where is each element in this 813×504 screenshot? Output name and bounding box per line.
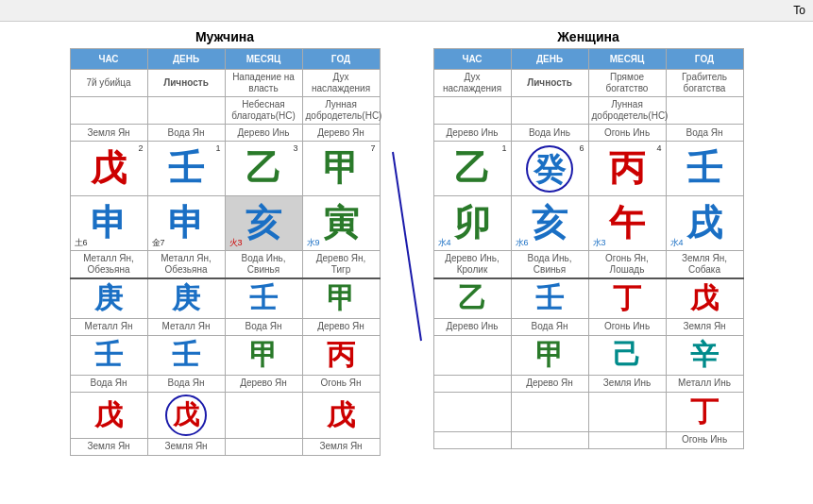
male-hs-day-char: 壬	[168, 148, 204, 188]
female-luck-hs3-hour	[433, 392, 511, 431]
male-eb-year-num: 水9	[307, 238, 320, 248]
female-luck-hs2-day: 甲	[511, 335, 588, 375]
female-hs-day-char: 癸	[526, 145, 573, 193]
male-elem-hour: Земля Ян	[70, 125, 147, 142]
male-luck-hs2-hour: 壬	[70, 335, 147, 375]
male-luck-elem1-row: Металл Ян Металл Ян Вода Ян Дерево Ян	[70, 318, 380, 335]
female-header-day: ДЕНЬ	[511, 49, 588, 70]
male-star2-hour	[70, 97, 147, 125]
female-eb-elem-day: Вода Инь, Свинья	[511, 251, 588, 279]
female-elem-hour: Дерево Инь	[433, 125, 511, 142]
male-luck-hs3-month	[225, 392, 302, 438]
male-luck-hs1-year-char: 甲	[327, 282, 355, 313]
page-container: To Мужчина ЧАС ДЕНЬ МЕСЯЦ ГОД 7й убийца	[0, 0, 813, 463]
to-label: To	[793, 4, 805, 17]
female-eb-elem-year: Земля Ян, Собака	[666, 251, 743, 279]
female-luck-hs1-day-char: 壬	[535, 282, 564, 313]
male-luck-hs3-row: 戊 戊 戊	[70, 392, 380, 438]
female-eb-hour-char: 卯	[454, 203, 490, 243]
female-luck-hs2-row: 甲 己 辛	[433, 335, 743, 375]
female-eb-year: 水4 戌	[666, 196, 743, 251]
male-luck-elem2-hour: Вода Ян	[70, 375, 147, 392]
female-header-row: ЧАС ДЕНЬ МЕСЯЦ ГОД	[433, 49, 743, 70]
female-grid: ЧАС ДЕНЬ МЕСЯЦ ГОД Дух наслаждения Лично…	[433, 48, 744, 449]
female-luck-hs2-year-char: 辛	[690, 339, 719, 370]
male-luck-hs1-hour-char: 庚	[94, 282, 123, 313]
female-star1-month: Прямое богатство	[588, 70, 666, 97]
female-luck-elem3-hour	[433, 431, 511, 448]
male-eb-hour-char: 申	[91, 203, 127, 243]
svg-line-0	[393, 152, 421, 341]
female-luck-elem2-year: Металл Инь	[666, 375, 743, 392]
female-eb-elem-row: Дерево Инь, Кролик Вода Инь, Свинья Огон…	[433, 251, 743, 279]
male-header-row: ЧАС ДЕНЬ МЕСЯЦ ГОД	[70, 49, 380, 70]
male-luck-hs2-month-char: 甲	[249, 339, 278, 370]
female-luck-elem1-row: Дерево Инь Вода Ян Огонь Инь Земля Ян	[433, 318, 743, 335]
male-hs-year: 7 甲	[302, 142, 380, 196]
male-eb-month: 火3 亥	[225, 196, 302, 251]
female-luck-elem3-row: Огонь Инь	[433, 431, 743, 448]
male-elem-month: Дерево Инь	[225, 125, 302, 142]
male-luck-hs3-year: 戊	[302, 392, 380, 438]
female-luck-hs1-year-char: 戊	[690, 282, 719, 313]
male-eb-day: 金7 申	[147, 196, 225, 251]
female-luck-hs3-month	[588, 392, 666, 431]
male-luck-hs1-day-char: 庚	[172, 282, 200, 313]
male-luck-hs3-hour: 戊	[70, 392, 147, 438]
male-luck-hs2-year: 丙	[302, 335, 380, 375]
female-hs-month-num: 4	[656, 143, 661, 154]
female-title: Женщина	[557, 29, 619, 44]
male-eb-year-char: 寅	[323, 203, 359, 243]
male-eb-row: 土6 申 金7 申 火3 亥 水9 寅	[70, 196, 380, 251]
female-luck-hs2-year: 辛	[666, 335, 743, 375]
female-luck-elem2-month: Земля Инь	[588, 375, 666, 392]
female-luck-hs3-row: 丁	[433, 392, 743, 431]
male-eb-elem-year: Дерево Ян, Тигр	[302, 251, 380, 279]
female-hs-day: 6 癸	[511, 142, 588, 196]
male-luck-hs2-day-char: 壬	[172, 339, 200, 370]
main-content: Мужчина ЧАС ДЕНЬ МЕСЯЦ ГОД 7й убийца Лич…	[0, 22, 813, 463]
female-luck-elem3-month	[588, 431, 666, 448]
male-hs-year-char: 甲	[323, 148, 359, 188]
female-luck-elem1-day: Вода Ян	[511, 318, 588, 335]
male-luck-hs2-hour-char: 壬	[94, 339, 123, 370]
male-header-hour: ЧАС	[70, 49, 147, 70]
male-section: Мужчина ЧАС ДЕНЬ МЕСЯЦ ГОД 7й убийца Лич…	[70, 29, 381, 456]
female-luck-elem1-month: Огонь Инь	[588, 318, 666, 335]
male-eb-elem-row: Металл Ян, Обезьяна Металл Ян, Обезьяна …	[70, 251, 380, 279]
female-luck-hs1-day: 壬	[511, 278, 588, 318]
male-luck-elem1-month: Вода Ян	[225, 318, 302, 335]
male-luck-hs1-row: 庚 庚 壬 甲	[70, 278, 380, 318]
male-hs-day-num: 1	[215, 143, 220, 154]
female-luck-elem1-hour: Дерево Инь	[433, 318, 511, 335]
female-luck-hs1-year: 戊	[666, 278, 743, 318]
female-hs-hour-char: 乙	[454, 148, 490, 188]
female-eb-month-char: 午	[609, 203, 645, 243]
female-hs-hour-num: 1	[501, 143, 506, 154]
female-eb-day-num: 水6	[516, 238, 529, 248]
male-luck-hs3-day: 戊	[147, 392, 225, 438]
female-luck-hs2-day-char: 甲	[535, 339, 564, 370]
female-header-year: ГОД	[666, 49, 743, 70]
male-hs-row: 2 戊 1 壬 3 乙 7 甲	[70, 142, 380, 196]
male-eb-month-char: 亥	[246, 203, 281, 243]
male-luck-elem3-hour: Земля Ян	[70, 438, 147, 455]
female-stars-row1: Дух наслаждения Личность Прямое богатств…	[433, 70, 743, 97]
male-stars-row1: 7й убийца Личность Нападение на власть Д…	[70, 70, 380, 97]
male-eb-hour-num: 土6	[75, 238, 88, 248]
male-star1-hour: 7й убийца	[70, 70, 147, 97]
male-eb-elem-month: Вода Инь, Свинья	[225, 251, 302, 279]
male-luck-hs3-year-char: 戊	[327, 399, 355, 430]
male-star1-month: Нападение на власть	[225, 70, 302, 97]
female-luck-hs3-year-char: 丁	[690, 395, 719, 427]
male-luck-hs2-day: 壬	[147, 335, 225, 375]
female-luck-hs2-month: 己	[588, 335, 666, 375]
female-luck-hs1-row: 乙 壬 丁 戊	[433, 278, 743, 318]
male-header-year: ГОД	[302, 49, 380, 70]
female-star2-month: Лунная добродетель(НС)	[588, 97, 666, 125]
female-luck-elem3-day	[511, 431, 588, 448]
male-star1-day: Личность	[147, 70, 225, 97]
female-hs-year-char: 壬	[686, 148, 722, 188]
female-header-month: МЕСЯЦ	[588, 49, 666, 70]
female-eb-elem-hour: Дерево Инь, Кролик	[433, 251, 511, 279]
